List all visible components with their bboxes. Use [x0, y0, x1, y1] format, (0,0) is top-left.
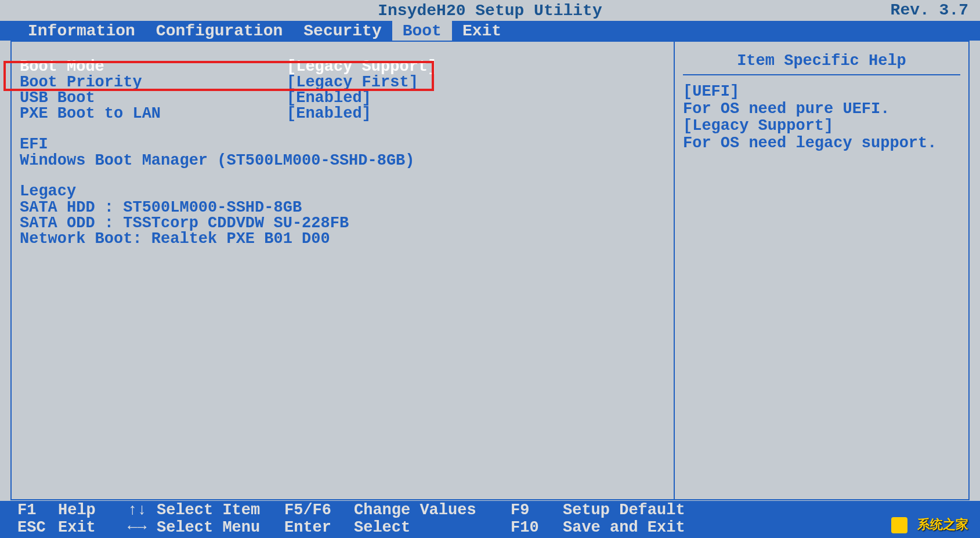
- setting-label: Boot Mode: [20, 59, 287, 75]
- setting-value: [Enabled]: [287, 90, 666, 106]
- key-f10: F10: [511, 519, 563, 537]
- footer-row-2: ESC Exit ←→ Select Menu Enter Select F10…: [17, 519, 963, 537]
- watermark: 系统之家: [891, 516, 968, 533]
- save-exit-label: Save and Exit: [563, 519, 685, 537]
- help-line: For OS need pure UEFI.: [683, 101, 960, 118]
- efi-boot-item[interactable]: Windows Boot Manager (ST500LM000-SSHD-8G…: [20, 153, 666, 169]
- key-esc-desc: Exit: [58, 519, 128, 537]
- setting-label: USB Boot: [20, 90, 287, 106]
- select-label: Select: [354, 519, 511, 537]
- tab-boot[interactable]: Boot: [392, 21, 452, 41]
- key-f1: F1: [17, 502, 58, 519]
- watermark-text: 系统之家: [917, 518, 968, 533]
- select-item-label: Select Item: [157, 502, 284, 519]
- key-f5f6: F5/F6: [284, 502, 354, 519]
- tab-security[interactable]: Security: [293, 21, 392, 41]
- help-panel-title: Item Specific Help: [683, 48, 960, 75]
- watermark-icon: [891, 517, 907, 533]
- key-f1-desc: Help: [58, 502, 128, 519]
- key-f9: F9: [511, 502, 563, 519]
- leftright-arrow-icon: ←→: [128, 519, 157, 537]
- help-line: [UEFI]: [683, 83, 960, 101]
- header-bar: InsydeH20 Setup Utility Rev. 3.7: [0, 0, 980, 21]
- help-line: [Legacy Support]: [683, 118, 960, 135]
- efi-section-header: EFI: [20, 136, 666, 153]
- footer-row-1: F1 Help ↑↓ Select Item F5/F6 Change Valu…: [17, 502, 963, 519]
- legacy-sata-odd[interactable]: SATA ODD : TSSTcorp CDDVDW SU-228FB: [20, 216, 666, 231]
- help-panel: Item Specific Help [UEFI] For OS need pu…: [675, 41, 970, 500]
- select-menu-label: Select Menu: [157, 519, 284, 537]
- setting-value: [Enabled]: [287, 106, 666, 122]
- help-text: [UEFI] For OS need pure UEFI. [Legacy Su…: [683, 83, 960, 152]
- setting-label: Boot Priority: [20, 75, 287, 90]
- setting-pxe-boot[interactable]: PXE Boot to LAN [Enabled]: [20, 106, 666, 122]
- key-enter: Enter: [284, 519, 354, 537]
- setting-boot-mode[interactable]: Boot Mode [Legacy Support]: [20, 59, 666, 75]
- updown-arrow-icon: ↑↓: [128, 502, 157, 519]
- legacy-network-boot[interactable]: Network Boot: Realtek PXE B01 D00: [20, 231, 666, 247]
- tab-exit[interactable]: Exit: [452, 21, 512, 41]
- legacy-sata-hdd[interactable]: SATA HDD : ST500LM000-SSHD-8GB: [20, 200, 666, 216]
- footer-bar: F1 Help ↑↓ Select Item F5/F6 Change Valu…: [0, 501, 980, 538]
- help-line: For OS need legacy support.: [683, 135, 960, 152]
- change-values-label: Change Values: [354, 502, 511, 519]
- tab-bar: Information Configuration Security Boot …: [0, 21, 980, 41]
- setting-usb-boot[interactable]: USB Boot [Enabled]: [20, 90, 666, 106]
- setup-default-label: Setup Default: [563, 502, 685, 519]
- key-esc: ESC: [17, 519, 58, 537]
- utility-title: InsydeH20 Setup Utility: [12, 2, 968, 20]
- legacy-section-header: Legacy: [20, 183, 666, 200]
- setting-label: PXE Boot to LAN: [20, 106, 287, 122]
- main-panel: Boot Mode [Legacy Support] Boot Priority…: [10, 41, 675, 500]
- revision-label: Rev. 3.7: [891, 1, 968, 19]
- tab-information[interactable]: Information: [17, 21, 146, 41]
- setting-value: [Legacy First]: [287, 75, 666, 90]
- tab-configuration[interactable]: Configuration: [146, 21, 293, 41]
- setting-value: [Legacy Support]: [287, 59, 666, 75]
- setting-boot-priority[interactable]: Boot Priority [Legacy First]: [20, 75, 666, 90]
